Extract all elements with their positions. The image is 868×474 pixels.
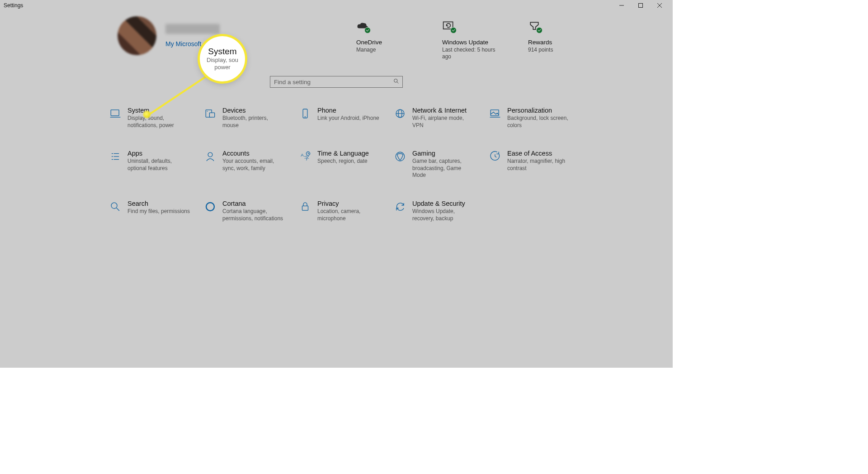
cat-title: Update & Security	[412, 200, 484, 207]
cat-desc: Bluetooth, printers, mouse	[222, 115, 286, 129]
cat-desc: Location, camera, microphone	[317, 208, 381, 222]
cat-phone[interactable]: Phone Link your Android, iPhone	[298, 107, 389, 129]
phone-icon	[298, 107, 312, 129]
category-grid: System Display, sound, notifications, po…	[108, 107, 588, 222]
cat-cortana[interactable]: Cortana Cortana language, permissions, n…	[203, 200, 294, 222]
cat-title: Apps	[127, 150, 199, 157]
status-group: OneDrive Manage Windows Update Last chec…	[356, 20, 582, 60]
cat-desc: Game bar, captures, broadcasting, Game M…	[412, 158, 476, 179]
status-rewards-sub: 914 points	[528, 47, 582, 53]
callout-circle: System Display, sou power	[200, 36, 245, 81]
cat-desc: Narrator, magnifier, high contrast	[507, 158, 571, 172]
status-rewards-name: Rewards	[528, 39, 582, 46]
cat-devices[interactable]: Devices Bluetooth, printers, mouse	[203, 107, 294, 129]
svg-line-35	[116, 208, 119, 211]
time-language-icon: A字	[298, 150, 312, 179]
rewards-icon	[528, 20, 582, 34]
svg-rect-37	[302, 206, 308, 210]
status-onedrive-sub: Manage	[356, 47, 410, 53]
svg-rect-10	[209, 113, 214, 117]
status-update-sub: Last checked: 5 hours ago	[442, 47, 496, 60]
svg-point-36	[206, 203, 214, 211]
settings-window: Settings My Microsoft Account	[0, 0, 673, 368]
cat-title: Gaming	[412, 150, 484, 157]
system-icon	[108, 107, 122, 129]
cat-desc: Find my files, permissions	[127, 208, 191, 215]
accounts-icon	[203, 150, 217, 179]
cat-apps[interactable]: Apps Uninstall, defaults, optional featu…	[108, 150, 199, 179]
svg-line-33	[495, 156, 496, 157]
cat-title: Time & Language	[317, 150, 389, 157]
search-input[interactable]	[270, 76, 403, 88]
callout-title: System	[208, 47, 236, 57]
cat-privacy[interactable]: Privacy Location, camera, microphone	[298, 200, 389, 222]
cat-desc: Link your Android, iPhone	[317, 115, 381, 122]
cat-network[interactable]: Network & Internet Wi-Fi, airplane mode,…	[393, 107, 484, 129]
update-security-icon	[393, 200, 407, 222]
svg-text:字: 字	[304, 155, 309, 161]
cat-title: Devices	[222, 107, 294, 114]
status-onedrive[interactable]: OneDrive Manage	[356, 20, 410, 60]
cat-desc: Uninstall, defaults, optional features	[127, 158, 191, 172]
cat-title: Privacy	[317, 200, 389, 207]
cat-desc: Cortana language, permissions, notificat…	[222, 208, 286, 222]
cat-title: Network & Internet	[412, 107, 484, 114]
avatar	[118, 16, 156, 55]
cortana-icon	[203, 200, 217, 222]
cat-desc: Your accounts, email, sync, work, family	[222, 158, 286, 172]
cat-search[interactable]: Search Find my files, permissions	[108, 200, 199, 222]
titlebar: Settings	[0, 0, 673, 11]
cat-title: System	[127, 107, 199, 114]
svg-point-25	[208, 152, 212, 157]
cat-title: Search	[127, 200, 199, 207]
close-button[interactable]	[650, 0, 669, 11]
cat-update-security[interactable]: Update & Security Windows Update, recove…	[393, 200, 484, 222]
svg-line-30	[308, 154, 309, 154]
status-windows-update[interactable]: Windows Update Last checked: 5 hours ago	[442, 20, 496, 60]
cat-time-language[interactable]: A字 Time & Language Speech, region, date	[298, 150, 389, 179]
globe-icon	[393, 107, 407, 129]
apps-icon	[108, 150, 122, 179]
cat-desc: Windows Update, recovery, backup	[412, 208, 476, 222]
privacy-icon	[298, 200, 312, 222]
search-wrap	[270, 76, 403, 88]
search-icon	[393, 78, 399, 86]
callout-sub: Display, sou power	[200, 57, 245, 71]
user-name-redacted	[165, 24, 220, 34]
gaming-icon	[393, 150, 407, 179]
windows-update-icon	[442, 20, 496, 34]
devices-icon	[203, 107, 217, 129]
svg-rect-7	[111, 110, 119, 116]
cat-title: Personalization	[507, 107, 579, 114]
cat-accounts[interactable]: Accounts Your accounts, email, sync, wor…	[203, 150, 294, 179]
cat-title: Accounts	[222, 150, 294, 157]
cat-title: Phone	[317, 107, 389, 114]
cat-desc: Display, sound, notifications, power	[127, 115, 191, 129]
cat-gaming[interactable]: Gaming Game bar, captures, broadcasting,…	[393, 150, 484, 179]
onedrive-icon	[356, 20, 410, 34]
cat-system[interactable]: System Display, sound, notifications, po…	[108, 107, 199, 129]
search-category-icon	[108, 200, 122, 222]
cat-title: Ease of Access	[507, 150, 579, 157]
status-onedrive-name: OneDrive	[356, 39, 410, 46]
svg-rect-1	[639, 4, 643, 8]
cat-personalization[interactable]: Personalization Background, lock screen,…	[488, 107, 579, 129]
cat-ease-of-access[interactable]: Ease of Access Narrator, magnifier, high…	[488, 150, 579, 179]
window-title: Settings	[4, 2, 23, 9]
ease-of-access-icon	[488, 150, 502, 179]
cat-desc: Background, lock screen, colors	[507, 115, 571, 129]
minimize-button[interactable]	[612, 0, 631, 11]
status-rewards[interactable]: Rewards 914 points	[528, 20, 582, 60]
cat-desc: Speech, region, date	[317, 158, 381, 165]
status-update-name: Windows Update	[442, 39, 496, 46]
svg-point-11	[207, 111, 208, 112]
header: My Microsoft Account OneDrive Manage Win…	[0, 11, 673, 65]
svg-line-6	[397, 82, 398, 83]
svg-point-34	[111, 203, 117, 209]
personalization-icon	[488, 107, 502, 129]
callout-dot	[144, 111, 150, 118]
svg-text:A: A	[301, 152, 304, 157]
cat-title: Cortana	[222, 200, 294, 207]
cat-desc: Wi-Fi, airplane mode, VPN	[412, 115, 476, 129]
maximize-button[interactable]	[631, 0, 650, 11]
